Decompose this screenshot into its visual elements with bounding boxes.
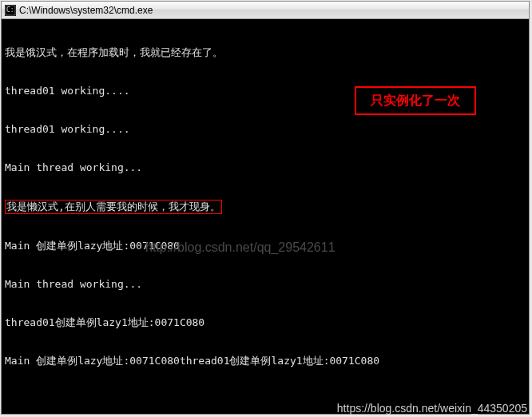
console-line: thread01 working.... bbox=[5, 123, 526, 136]
console-line: Main 创建单例lazy地址:0071C080thread01创建单例lazy… bbox=[5, 355, 526, 367]
console-line: 我是懒汉式,在别人需要我的时候，我才现身。 bbox=[5, 200, 526, 214]
cmd-window: C: C:\Windows\system32\cmd.exe 我是饿汉式，在程序… bbox=[1, 1, 530, 415]
annotation-box: 只实例化了一次 bbox=[355, 86, 476, 115]
console-line: Main thread working... bbox=[5, 161, 526, 174]
cmd-icon: C: bbox=[5, 5, 16, 16]
titlebar[interactable]: C: C:\Windows\system32\cmd.exe bbox=[2, 2, 529, 19]
console-line: Main 创建单例lazy地址:0071C080 bbox=[5, 240, 526, 252]
window-title: C:\Windows\system32\cmd.exe bbox=[19, 5, 153, 16]
highlighted-text: 我是懒汉式,在别人需要我的时候，我才现身。 bbox=[5, 200, 222, 214]
svg-text:C:: C: bbox=[6, 6, 14, 14]
console-output[interactable]: 我是饿汉式，在程序加载时，我就已经存在了。 thread01 working..… bbox=[2, 19, 529, 414]
console-line: thread01创建单例lazy1地址:0071C080 bbox=[5, 316, 526, 329]
console-line: 我是饿汉式，在程序加载时，我就已经存在了。 bbox=[5, 46, 526, 59]
console-line: Main thread working... bbox=[5, 278, 526, 291]
